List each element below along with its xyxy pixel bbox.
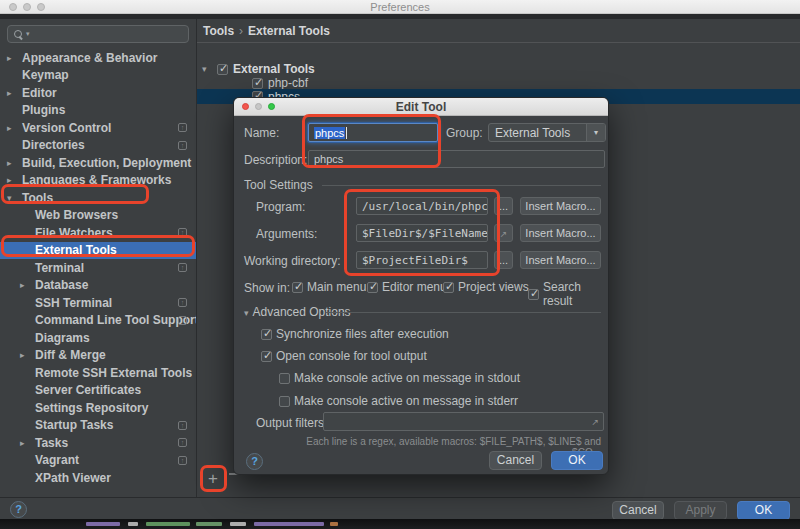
working-directory-input[interactable]: $ProjectFileDir$ — [356, 251, 488, 269]
shared-settings-icon — [178, 421, 187, 430]
arguments-input[interactable]: $FileDir$/$FileName$ — [356, 224, 488, 242]
sidebar-item-build-execution-deployment[interactable]: Build, Execution, Deployment — [0, 154, 196, 172]
tree-root-external-tools[interactable]: ▾ External Tools — [197, 62, 800, 76]
expand-icon[interactable] — [591, 417, 599, 427]
sidebar-item-label: Command Line Tool Support — [35, 313, 199, 327]
sidebar-item-database[interactable]: Database — [0, 277, 196, 295]
sidebar-item-plugins[interactable]: Plugins — [0, 102, 196, 120]
description-input-value: phpcs — [314, 153, 343, 165]
chevron-down-icon[interactable] — [586, 124, 605, 141]
checkbox-icon[interactable] — [528, 289, 539, 300]
group-divider — [326, 312, 601, 313]
sidebar-item-startup-tasks[interactable]: Startup Tasks — [0, 417, 196, 435]
breadcrumb-separator-icon: › — [239, 24, 243, 38]
tree-item-php-cbf[interactable]: php-cbf — [197, 76, 800, 90]
help-button[interactable]: ? — [10, 501, 27, 518]
preferences-footer: ? Cancel Apply OK — [0, 497, 800, 519]
terminal-artifact — [330, 522, 338, 526]
chevron-right-icon — [7, 172, 12, 190]
zoom-dialog-icon[interactable] — [268, 103, 275, 110]
sidebar-item-diagrams[interactable]: Diagrams — [0, 329, 196, 347]
minimize-dialog-icon — [255, 103, 262, 110]
chevron-down-icon[interactable]: ▾ — [202, 64, 207, 74]
sidebar-item-web-browsers[interactable]: Web Browsers — [0, 207, 196, 225]
sidebar-item-server-certificates[interactable]: Server Certificates — [0, 382, 196, 400]
breadcrumb-root[interactable]: Tools — [203, 24, 234, 38]
group-select[interactable]: External Tools — [488, 123, 606, 142]
dialog-ok-button[interactable]: OK — [551, 451, 603, 470]
output-filters-input[interactable] — [323, 412, 604, 431]
description-label: Description: — [244, 153, 307, 167]
checkbox-icon[interactable] — [279, 396, 290, 407]
checkbox-console-active-stderr[interactable]: Make console active on message in stderr — [279, 394, 518, 408]
dialog-cancel-button[interactable]: Cancel — [489, 451, 542, 470]
insert-macro-arguments-button[interactable]: Insert Macro... — [520, 224, 601, 242]
sidebar-item-label: Settings Repository — [35, 401, 148, 415]
ok-button[interactable]: OK — [737, 501, 790, 520]
insert-macro-working-directory-button[interactable]: Insert Macro... — [520, 251, 601, 269]
arguments-label: Arguments: — [256, 227, 317, 241]
close-dialog-icon[interactable] — [242, 103, 249, 110]
checkbox-label: Make console active on message in stderr — [294, 394, 518, 408]
sidebar-item-vagrant[interactable]: Vagrant — [0, 452, 196, 470]
sidebar-item-external-tools[interactable]: External Tools — [0, 242, 196, 260]
sidebar-item-languages-frameworks[interactable]: Languages & Frameworks — [0, 172, 196, 190]
sidebar-item-terminal[interactable]: Terminal — [0, 259, 196, 277]
sidebar-item-keymap[interactable]: Keymap — [0, 67, 196, 85]
browse-program-button[interactable]: ... — [494, 197, 513, 215]
name-input[interactable]: phpcs — [308, 123, 438, 142]
checkbox-console-active-stdout[interactable]: Make console active on message in stdout — [279, 371, 520, 385]
checkbox-main-menu[interactable]: Main menu — [292, 280, 366, 294]
sidebar-item-directories[interactable]: Directories — [0, 137, 196, 155]
add-tool-button[interactable]: + — [203, 468, 223, 490]
sidebar-item-editor[interactable]: Editor — [0, 84, 196, 102]
sidebar-item-command-line-tool-support[interactable]: Command Line Tool Support — [0, 312, 196, 330]
tree-item-checkbox[interactable] — [252, 78, 263, 89]
search-input[interactable]: ▾ — [7, 25, 189, 43]
shared-settings-icon — [178, 228, 187, 237]
sidebar-item-label: Directories — [22, 138, 85, 152]
sidebar-item-label: Diff & Merge — [35, 348, 106, 362]
close-window-icon[interactable] — [9, 3, 17, 11]
sidebar-item-remote-ssh-external-tools[interactable]: Remote SSH External Tools — [0, 364, 196, 382]
expand-arguments-button[interactable] — [494, 224, 513, 242]
dialog-help-button[interactable]: ? — [246, 453, 263, 470]
chevron-right-icon — [20, 277, 25, 295]
checkbox-icon[interactable] — [261, 351, 272, 362]
checkbox-synchronize-files[interactable]: Synchronize files after execution — [261, 327, 449, 341]
tree-root-checkbox[interactable] — [217, 64, 228, 75]
checkbox-icon[interactable] — [292, 282, 303, 293]
checkbox-search-result[interactable]: Search result — [528, 280, 608, 308]
checkbox-open-console[interactable]: Open console for tool output — [261, 349, 427, 363]
browse-working-directory-button[interactable]: ... — [494, 251, 513, 269]
sidebar-item-file-watchers[interactable]: File Watchers — [0, 224, 196, 242]
zoom-window-icon[interactable] — [37, 3, 45, 11]
minimize-window-icon[interactable] — [23, 3, 31, 11]
cancel-button[interactable]: Cancel — [612, 501, 664, 520]
chevron-right-icon — [7, 119, 12, 137]
shared-settings-icon — [178, 263, 187, 272]
checkbox-label: Search result — [543, 280, 608, 308]
checkbox-icon[interactable] — [367, 282, 378, 293]
sidebar-item-ssh-terminal[interactable]: SSH Terminal — [0, 294, 196, 312]
checkbox-project-views[interactable]: Project views — [443, 280, 529, 294]
sidebar-item-label: File Watchers — [35, 226, 113, 240]
arguments-input-value: $FileDir$/$FileName$ — [362, 227, 488, 240]
checkbox-editor-menu[interactable]: Editor menu — [367, 280, 447, 294]
checkbox-icon[interactable] — [261, 329, 272, 340]
sidebar-item-xpath-viewer[interactable]: XPath Viewer — [0, 469, 196, 487]
program-input[interactable]: /usr/local/bin/phpcs — [356, 197, 488, 215]
sidebar-item-diff-merge[interactable]: Diff & Merge — [0, 347, 196, 365]
expand-icon — [500, 229, 508, 239]
sidebar-item-version-control[interactable]: Version Control — [0, 119, 196, 137]
working-directory-label: Working directory: — [244, 254, 340, 268]
sidebar-item-settings-repository[interactable]: Settings Repository — [0, 399, 196, 417]
checkbox-icon[interactable] — [443, 282, 454, 293]
sidebar-item-appearance-behavior[interactable]: Appearance & Behavior — [0, 49, 196, 67]
checkbox-icon[interactable] — [279, 373, 290, 384]
insert-macro-program-button[interactable]: Insert Macro... — [520, 197, 601, 215]
description-input[interactable]: phpcs — [308, 150, 605, 168]
edit-tool-dialog: Edit Tool Name: phpcs Group: External To… — [233, 97, 609, 475]
sidebar-item-tasks[interactable]: Tasks — [0, 434, 196, 452]
sidebar-item-tools[interactable]: Tools — [0, 189, 196, 207]
